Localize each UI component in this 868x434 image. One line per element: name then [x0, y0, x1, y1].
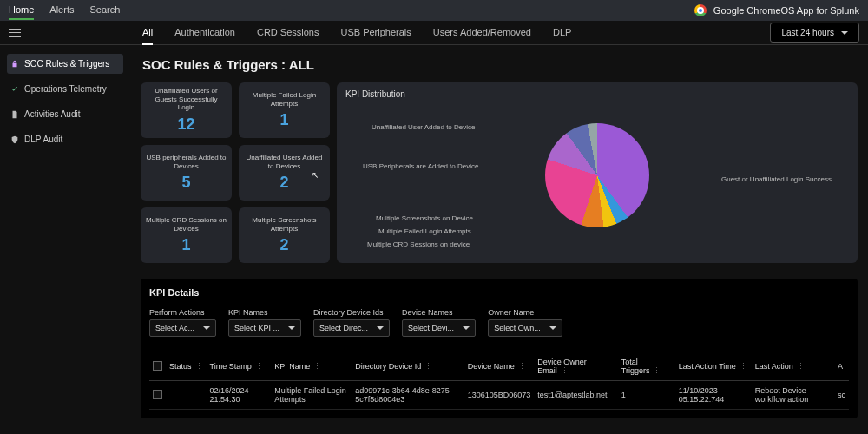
- cell-status: [166, 381, 207, 410]
- timerange-label: Last 24 hours: [781, 28, 834, 37]
- doc-icon: [10, 110, 19, 119]
- tab-authentication[interactable]: Authentication: [174, 21, 235, 45]
- filter-owner-name: Owner Name Select Own...: [488, 308, 562, 337]
- sidebar: SOC Rules & Triggers Operations Telemetr…: [0, 45, 130, 434]
- sidebar-item-dlp-audit[interactable]: DLP Audit: [7, 129, 123, 149]
- cell-timestamp: 02/16/2024 21:54:30: [207, 381, 272, 410]
- kpi-label: Multiple CRD Sessions on Devices: [146, 216, 227, 233]
- col-last-action-time[interactable]: Last Action Time⋮: [675, 352, 752, 381]
- col-owner-email[interactable]: Device Owner Email⋮: [534, 352, 617, 381]
- column-menu-icon[interactable]: ⋮: [313, 362, 321, 371]
- content-tabs: All Authentication CRD Sessions USB Peri…: [142, 21, 571, 45]
- filter-label: KPI Names: [228, 308, 301, 317]
- col-extra[interactable]: A: [834, 352, 849, 381]
- col-last-action[interactable]: Last Action⋮: [752, 352, 834, 381]
- nav-home[interactable]: Home: [9, 1, 34, 20]
- nav-search[interactable]: Search: [89, 1, 120, 20]
- kpi-card[interactable]: Multiple Screenshots Attempts 2: [239, 207, 330, 263]
- col-timestamp[interactable]: Time Stamp⋮: [207, 352, 272, 381]
- chrome-icon: [694, 4, 707, 16]
- kpi-card[interactable]: Unaffiliated Users or Guests Successfull…: [141, 82, 232, 138]
- kpi-value: 1: [181, 236, 190, 254]
- kpi-distribution-panel: KPI Distribution Unaffiliated User Added…: [337, 82, 858, 263]
- filter-select[interactable]: Select Ac...: [149, 319, 216, 337]
- kpi-label: Multiple Screenshots Attempts: [244, 216, 325, 233]
- filter-placeholder: Select KPI ...: [234, 324, 279, 332]
- table-row[interactable]: 02/16/2024 21:54:30 Multiple Failed Logi…: [149, 381, 849, 410]
- chevron-down-icon: [203, 326, 210, 330]
- col-status[interactable]: Status⋮: [166, 352, 207, 381]
- sidebar-item-label: SOC Rules & Triggers: [24, 59, 109, 69]
- kpi-card[interactable]: Multiple CRD Sessions on Devices 1: [141, 207, 232, 263]
- column-menu-icon[interactable]: ⋮: [740, 362, 747, 371]
- kpi-row: Unaffiliated Users or Guests Successfull…: [141, 82, 858, 263]
- kpi-details-title: KPI Details: [149, 287, 849, 298]
- filter-select[interactable]: Select Own...: [488, 319, 562, 337]
- column-menu-icon[interactable]: ⋮: [255, 362, 263, 371]
- sidebar-item-soc-rules[interactable]: SOC Rules & Triggers: [7, 54, 123, 74]
- tab-all[interactable]: All: [142, 21, 153, 45]
- kpi-cards-grid: Unaffiliated Users or Guests Successfull…: [141, 82, 330, 263]
- nav-alerts[interactable]: Alerts: [49, 1, 74, 20]
- column-menu-icon[interactable]: ⋮: [195, 362, 203, 371]
- sidebar-item-label: Operations Telemetry: [24, 84, 107, 94]
- tab-users-added-removed[interactable]: Users Added/Removed: [433, 21, 531, 45]
- column-menu-icon[interactable]: ⋮: [653, 366, 661, 375]
- filters-row: Perform Actions Select Ac... KPI Names S…: [149, 308, 849, 337]
- hamburger-icon[interactable]: [9, 29, 21, 37]
- cell-dir-device-id: ad09971c-3b64-4d8e-8275-5c7f5d8004e3: [352, 381, 464, 410]
- filter-select[interactable]: Select Direc...: [313, 319, 390, 337]
- column-menu-icon[interactable]: ⋮: [424, 362, 432, 371]
- sidebar-item-activities-audit[interactable]: Activities Audit: [7, 104, 123, 124]
- kpi-card[interactable]: USB peripherals Added to Devices 5: [141, 145, 232, 201]
- kpi-card[interactable]: Unaffiliated Users Added to Devices 2: [239, 145, 330, 201]
- sidebar-item-ops-telemetry[interactable]: Operations Telemetry: [7, 79, 123, 99]
- tab-dlp[interactable]: DLP: [553, 21, 571, 45]
- secondary-bar: All Authentication CRD Sessions USB Peri…: [0, 21, 868, 45]
- tab-crd-sessions[interactable]: CRD Sessions: [257, 21, 319, 45]
- lock-icon: [10, 60, 19, 69]
- chevron-down-icon: [288, 326, 295, 330]
- pie-label: Multiple Failed Login Attempts: [378, 227, 471, 235]
- cell-extra: sc: [834, 381, 849, 410]
- table-header-row: Status⋮ Time Stamp⋮ KPI Name⋮ Directory …: [149, 352, 849, 381]
- chevron-down-icon: [463, 326, 470, 330]
- col-device-name[interactable]: Device Name⋮: [464, 352, 535, 381]
- page-title: SOC Rules & Triggers : ALL: [142, 57, 858, 72]
- pie-chart[interactable]: Unaffiliated User Added to Device USB Pe…: [345, 106, 849, 245]
- kpi-details-section: KPI Details Perform Actions Select Ac...…: [141, 279, 858, 418]
- tab-usb-peripherals[interactable]: USB Peripherals: [340, 21, 411, 45]
- body: SOC Rules & Triggers Operations Telemetr…: [0, 45, 868, 434]
- kpi-details-table: Status⋮ Time Stamp⋮ KPI Name⋮ Directory …: [149, 352, 849, 410]
- cell-owner-email: test1@aptestlab.net: [534, 381, 617, 410]
- filter-placeholder: Select Direc...: [319, 324, 368, 332]
- shield-icon: [10, 135, 19, 144]
- check-icon: [10, 85, 19, 94]
- cell-total-triggers: 1: [618, 381, 675, 410]
- timerange-picker[interactable]: Last 24 hours: [770, 23, 859, 43]
- col-kpi-name[interactable]: KPI Name⋮: [271, 352, 352, 381]
- col-dir-device-id[interactable]: Directory Device Id⋮: [352, 352, 464, 381]
- kpi-value: 2: [279, 174, 288, 192]
- kpi-value: 1: [279, 111, 288, 129]
- filter-placeholder: Select Own...: [494, 324, 541, 332]
- filter-select[interactable]: Select Devi...: [402, 319, 476, 337]
- filter-perform-actions: Perform Actions Select Ac...: [149, 308, 216, 337]
- select-all-checkbox[interactable]: [153, 361, 162, 371]
- pie-label: Multiple Screenshots on Device: [376, 214, 473, 222]
- app-brand: Google ChromeOS App for Splunk: [694, 4, 859, 16]
- filter-placeholder: Select Ac...: [155, 324, 194, 332]
- sidebar-item-label: DLP Audit: [24, 135, 62, 144]
- cell-device-name: 1306105BD06073: [464, 381, 535, 410]
- filter-select[interactable]: Select KPI ...: [228, 319, 301, 337]
- col-total-triggers[interactable]: Total Triggers⋮: [618, 352, 675, 381]
- column-menu-icon[interactable]: ⋮: [518, 362, 526, 371]
- row-checkbox[interactable]: [153, 390, 162, 399]
- chevron-down-icon: [841, 31, 848, 35]
- app-brand-label: Google ChromeOS App for Splunk: [713, 5, 859, 16]
- kpi-card[interactable]: Multiple Failed Login Attempts 1: [239, 82, 330, 138]
- column-menu-icon[interactable]: ⋮: [561, 366, 569, 375]
- filter-label: Perform Actions: [149, 308, 216, 317]
- column-menu-icon[interactable]: ⋮: [797, 362, 805, 371]
- kpi-label: USB peripherals Added to Devices: [146, 154, 227, 170]
